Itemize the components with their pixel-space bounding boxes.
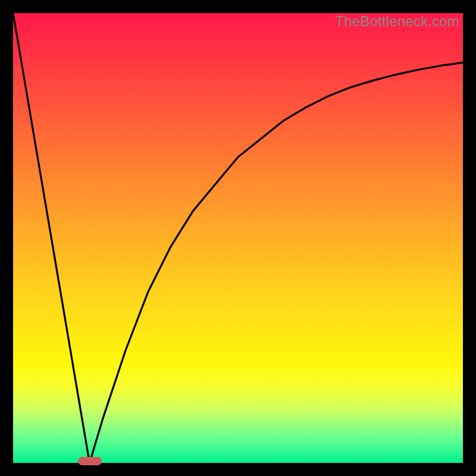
chart-frame: TheBottleneck.com [0, 0, 476, 476]
left-line-path [13, 13, 90, 463]
v-marker [78, 457, 102, 465]
plot-area: TheBottleneck.com [13, 13, 463, 463]
chart-curves [13, 13, 463, 463]
right-curve-path [90, 62, 463, 463]
